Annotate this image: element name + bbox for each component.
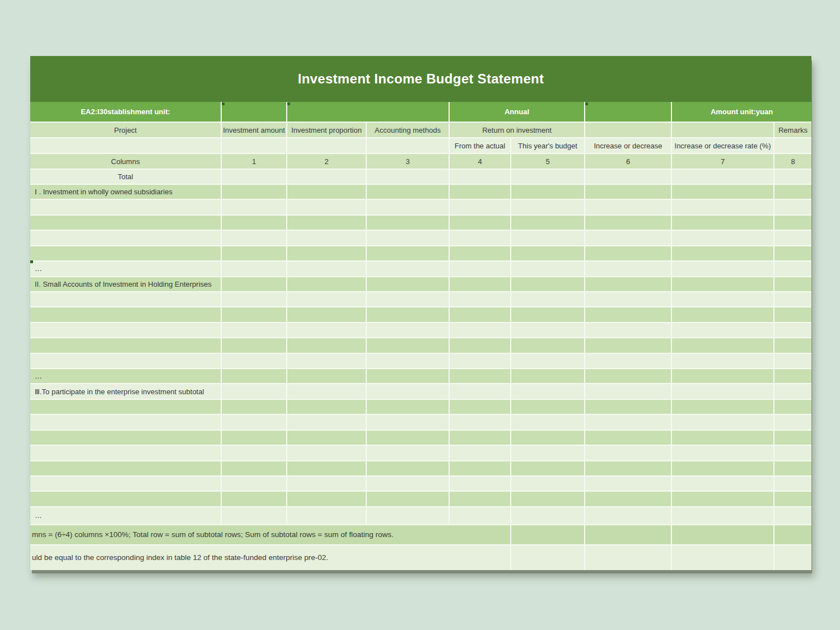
- col-header-project[interactable]: Project: [30, 123, 222, 137]
- cell[interactable]: [287, 216, 367, 230]
- cell[interactable]: [511, 431, 585, 445]
- col-header-increase-rate[interactable]: Increase or decrease rate (%): [672, 138, 774, 153]
- cell[interactable]: [367, 262, 450, 276]
- cell[interactable]: [672, 525, 774, 544]
- ellipsis-label[interactable]: …: [30, 369, 222, 383]
- cell[interactable]: [367, 216, 450, 230]
- cell[interactable]: [222, 185, 287, 199]
- column-number-6[interactable]: 6: [585, 154, 672, 169]
- cell[interactable]: [222, 102, 287, 122]
- col-header-return-on-investment[interactable]: Return on investment: [450, 123, 585, 137]
- cell[interactable]: [774, 400, 811, 414]
- cell[interactable]: [511, 246, 585, 260]
- columns-label[interactable]: Columns: [30, 154, 222, 169]
- cell[interactable]: [287, 246, 367, 260]
- cell[interactable]: [222, 338, 287, 352]
- cell[interactable]: [774, 545, 811, 570]
- cell[interactable]: [774, 354, 811, 368]
- note-1-text[interactable]: mns = (6÷4) columns ×100%; Total row = s…: [30, 525, 511, 544]
- col-header-investment-amount[interactable]: Investment amount: [222, 123, 287, 137]
- cell[interactable]: [585, 384, 672, 398]
- column-number-5[interactable]: 5: [511, 154, 585, 169]
- cell[interactable]: [30, 400, 222, 414]
- cell[interactable]: [774, 216, 811, 230]
- cell[interactable]: [287, 384, 367, 398]
- cell[interactable]: [222, 307, 287, 321]
- cell[interactable]: [450, 216, 511, 230]
- column-number-1[interactable]: 1: [222, 154, 287, 169]
- amount-unit-label[interactable]: Amount unit:yuan: [672, 102, 811, 122]
- cell[interactable]: [287, 102, 450, 122]
- col-header-investment-proportion[interactable]: Investment proportion: [287, 123, 367, 137]
- cell[interactable]: [287, 338, 367, 352]
- cell[interactable]: [585, 525, 672, 544]
- column-number-3[interactable]: 3: [367, 154, 450, 169]
- cell[interactable]: [367, 461, 450, 475]
- cell[interactable]: [585, 477, 672, 491]
- cell[interactable]: [222, 216, 287, 230]
- cell[interactable]: [672, 200, 774, 214]
- cell[interactable]: [30, 138, 222, 153]
- cell[interactable]: [30, 477, 222, 491]
- cell[interactable]: [585, 545, 672, 570]
- cell[interactable]: [585, 262, 672, 276]
- cell[interactable]: [672, 323, 774, 337]
- cell[interactable]: [585, 307, 672, 321]
- cell[interactable]: [585, 200, 672, 214]
- cell[interactable]: [30, 338, 222, 352]
- cell[interactable]: [222, 231, 287, 245]
- cell[interactable]: [367, 200, 450, 214]
- cell[interactable]: [672, 507, 774, 524]
- cell[interactable]: [672, 338, 774, 352]
- cell[interactable]: [30, 307, 222, 321]
- cell[interactable]: [222, 369, 287, 383]
- cell[interactable]: [30, 246, 222, 260]
- cell[interactable]: [672, 461, 774, 475]
- cell[interactable]: [672, 446, 774, 460]
- cell[interactable]: [222, 461, 287, 475]
- cell[interactable]: [287, 461, 367, 475]
- cell[interactable]: [450, 369, 511, 383]
- cell[interactable]: [511, 292, 585, 306]
- cell[interactable]: [774, 338, 811, 352]
- cell[interactable]: [30, 461, 222, 475]
- cell[interactable]: [774, 446, 811, 460]
- cell[interactable]: [774, 477, 811, 491]
- cell[interactable]: [30, 323, 222, 337]
- cell[interactable]: [774, 525, 811, 544]
- cell[interactable]: [287, 415, 367, 429]
- total-label[interactable]: Total: [30, 170, 222, 184]
- cell[interactable]: [367, 170, 450, 184]
- cell[interactable]: [287, 185, 367, 199]
- cell[interactable]: [672, 492, 774, 506]
- cell[interactable]: [222, 400, 287, 414]
- cell[interactable]: [367, 477, 450, 491]
- cell[interactable]: [511, 185, 585, 199]
- cell[interactable]: [774, 307, 811, 321]
- cell[interactable]: [450, 246, 511, 260]
- cell[interactable]: [287, 446, 367, 460]
- cell[interactable]: [287, 323, 367, 337]
- cell[interactable]: [222, 292, 287, 306]
- cell[interactable]: [585, 338, 672, 352]
- cell[interactable]: [30, 292, 222, 306]
- cell[interactable]: [222, 246, 287, 260]
- cell[interactable]: [450, 185, 511, 199]
- col-header-remarks[interactable]: Remarks: [774, 123, 811, 137]
- cell[interactable]: [774, 492, 811, 506]
- cell[interactable]: [585, 292, 672, 306]
- cell[interactable]: [585, 323, 672, 337]
- cell[interactable]: [672, 292, 774, 306]
- cell[interactable]: [287, 292, 367, 306]
- cell[interactable]: [672, 477, 774, 491]
- cell[interactable]: [774, 170, 811, 184]
- cell[interactable]: [511, 415, 585, 429]
- cell[interactable]: [672, 415, 774, 429]
- cell[interactable]: [287, 231, 367, 245]
- cell[interactable]: [222, 262, 287, 276]
- cell[interactable]: [585, 507, 672, 524]
- cell[interactable]: [222, 415, 287, 429]
- cell[interactable]: [511, 262, 585, 276]
- cell[interactable]: [222, 170, 287, 184]
- cell[interactable]: [287, 307, 367, 321]
